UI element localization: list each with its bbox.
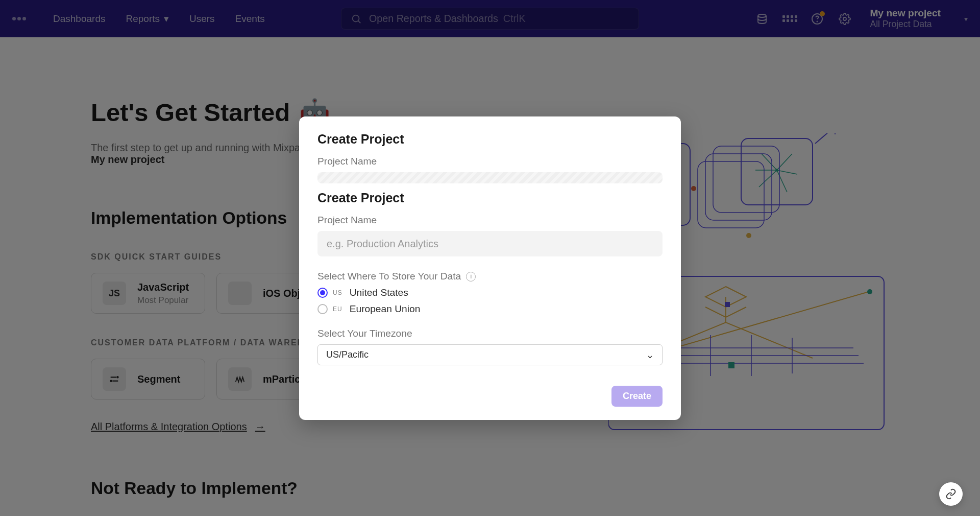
data-location-label: Select Where To Store Your Data i	[317, 271, 663, 282]
modal-title: Create Project	[317, 191, 663, 205]
create-project-modal: Create Project Project Name Create Proje…	[299, 116, 681, 420]
timezone-label: Select Your Timezone	[317, 328, 663, 339]
region-name: United States	[350, 287, 408, 298]
radio-selected-icon	[317, 288, 328, 298]
region-code: US	[333, 289, 342, 296]
region-name: European Union	[350, 303, 421, 315]
info-icon[interactable]: i	[466, 272, 476, 282]
link-fab[interactable]	[939, 482, 963, 506]
create-button[interactable]: Create	[611, 386, 663, 407]
modal-title: Create Project	[317, 132, 663, 147]
timezone-value: US/Pacific	[326, 349, 369, 360]
project-name-label: Project Name	[317, 156, 663, 167]
region-us-radio[interactable]: US United States	[317, 287, 663, 298]
chevron-down-icon: ⌄	[646, 349, 654, 361]
project-name-input-ghost	[317, 172, 663, 183]
link-icon	[945, 488, 957, 500]
project-name-input[interactable]	[317, 231, 663, 256]
project-name-label: Project Name	[317, 215, 663, 226]
radio-unselected-icon	[317, 304, 328, 314]
region-code: EU	[333, 306, 342, 313]
timezone-select[interactable]: US/Pacific ⌄	[317, 344, 663, 365]
region-eu-radio[interactable]: EU European Union	[317, 303, 663, 315]
